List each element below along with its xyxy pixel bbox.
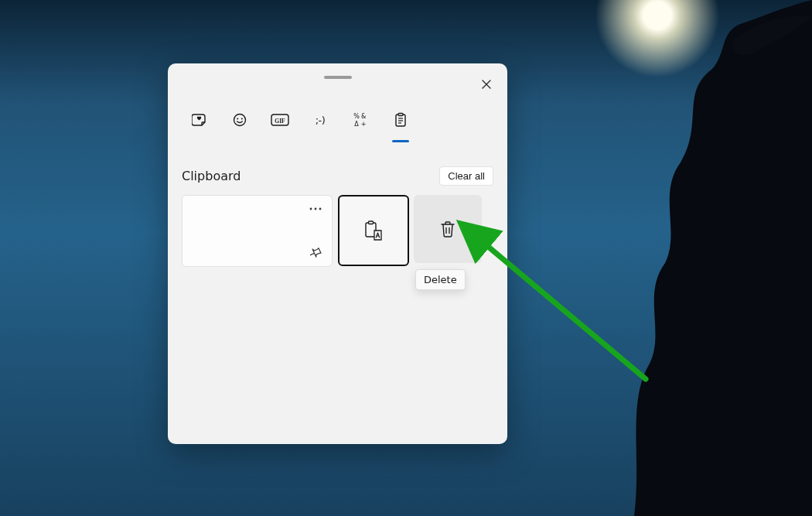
emoji-clipboard-panel: GIF ;-) % & Δ + bbox=[168, 63, 507, 444]
drag-handle[interactable] bbox=[324, 76, 352, 79]
kaomoji-icon: ;-) bbox=[316, 111, 326, 128]
smiley-icon bbox=[232, 111, 247, 128]
svg-text:+: + bbox=[361, 121, 367, 128]
clipboard-item[interactable] bbox=[182, 195, 333, 267]
svg-text:GIF: GIF bbox=[275, 118, 285, 125]
svg-point-0 bbox=[234, 114, 246, 126]
trash-icon bbox=[439, 220, 456, 238]
svg-point-2 bbox=[241, 118, 243, 120]
more-icon bbox=[309, 207, 322, 210]
tab-kaomoji[interactable]: ;-) bbox=[309, 111, 332, 139]
symbols-icon: % & Δ + bbox=[353, 111, 368, 128]
tab-recent[interactable] bbox=[188, 111, 211, 139]
close-button[interactable] bbox=[475, 73, 498, 96]
svg-point-15 bbox=[315, 208, 317, 210]
paste-as-text-icon bbox=[363, 220, 384, 241]
tab-emoji[interactable] bbox=[228, 111, 251, 139]
delete-button[interactable] bbox=[414, 195, 482, 263]
tab-clipboard[interactable] bbox=[389, 111, 412, 139]
gif-icon: GIF bbox=[271, 111, 289, 128]
clipboard-items-area: Delete bbox=[182, 195, 493, 432]
svg-text:&: & bbox=[361, 113, 366, 120]
clear-all-button[interactable]: Clear all bbox=[439, 166, 493, 186]
delete-tooltip: Delete bbox=[415, 269, 466, 290]
section-header: Clipboard Clear all bbox=[182, 162, 493, 189]
close-icon bbox=[481, 79, 492, 90]
item-more-button[interactable] bbox=[307, 200, 324, 217]
svg-text:Δ: Δ bbox=[354, 121, 359, 128]
svg-point-1 bbox=[237, 118, 238, 120]
desktop-background: GIF ;-) % & Δ + bbox=[0, 0, 812, 516]
item-pin-button[interactable] bbox=[307, 243, 326, 261]
tab-strip: GIF ;-) % & Δ + bbox=[188, 108, 487, 142]
tab-gif[interactable]: GIF bbox=[268, 111, 292, 139]
svg-rect-10 bbox=[398, 114, 403, 116]
sticker-heart-icon bbox=[192, 111, 207, 128]
svg-point-14 bbox=[310, 208, 312, 210]
svg-text:%: % bbox=[353, 113, 360, 120]
svg-point-16 bbox=[319, 208, 322, 210]
tab-symbols[interactable]: % & Δ + bbox=[349, 111, 372, 139]
svg-rect-18 bbox=[369, 221, 374, 224]
clipboard-icon bbox=[394, 111, 408, 128]
paste-as-text-button[interactable] bbox=[338, 195, 409, 266]
pin-icon bbox=[310, 246, 322, 258]
section-title: Clipboard bbox=[182, 169, 241, 183]
